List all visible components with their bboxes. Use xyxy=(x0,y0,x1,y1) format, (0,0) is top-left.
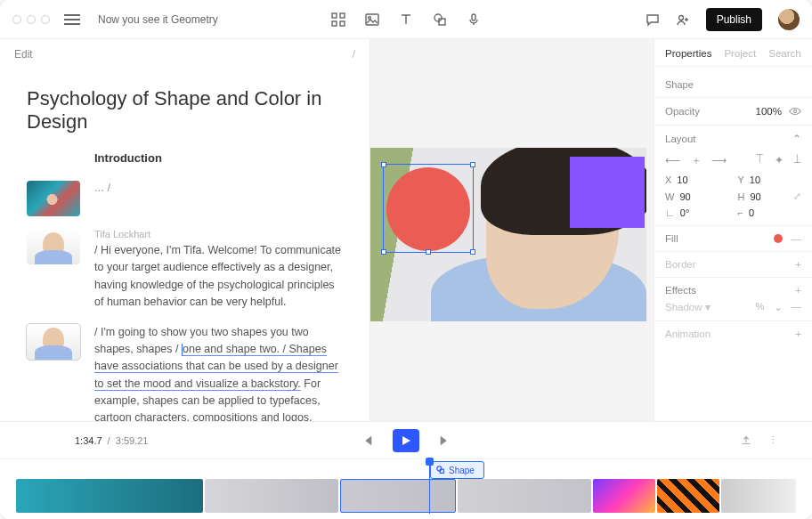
timeline-clip[interactable] xyxy=(458,479,591,513)
opacity-label: Opacity xyxy=(665,106,700,117)
svg-point-5 xyxy=(369,16,371,19)
shape-clip-chip[interactable]: Shape xyxy=(430,461,484,479)
more-icon[interactable]: ⋮ xyxy=(768,434,780,447)
document-title[interactable]: Now you see it Geometry xyxy=(98,13,218,26)
timeline-clip[interactable] xyxy=(16,479,203,513)
fill-label: Fill xyxy=(665,233,678,244)
shadow-label[interactable]: Shadow xyxy=(665,302,702,312)
tab-search[interactable]: Search xyxy=(768,48,800,59)
svg-rect-8 xyxy=(472,14,475,20)
time-total: 3:59.21 xyxy=(116,435,149,446)
resize-handle[interactable] xyxy=(381,162,386,167)
timeline-clip-selected[interactable] xyxy=(340,479,456,513)
time-current: 1:34.7 xyxy=(75,435,102,446)
fill-color-swatch[interactable] xyxy=(774,234,783,243)
remove-effect-icon[interactable]: — xyxy=(792,301,802,313)
chevron-down-icon[interactable]: ▾ xyxy=(705,302,710,312)
visibility-icon[interactable] xyxy=(789,105,801,118)
window-traffic-lights xyxy=(12,15,50,24)
intro-dots: ... / xyxy=(94,181,110,194)
comment-icon[interactable] xyxy=(646,12,660,27)
publish-button[interactable]: Publish xyxy=(706,8,762,31)
text-icon[interactable] xyxy=(399,12,413,27)
remove-fill-icon[interactable]: — xyxy=(792,233,802,244)
grid-icon[interactable] xyxy=(331,12,345,27)
svg-point-10 xyxy=(793,109,796,112)
svg-rect-4 xyxy=(366,14,378,25)
edit-label[interactable]: Edit xyxy=(14,48,33,61)
lock-aspect-icon[interactable]: ⤢ xyxy=(793,191,801,202)
effect-toggle-icon[interactable]: ⌄ xyxy=(774,301,783,313)
traffic-min[interactable] xyxy=(27,15,36,24)
y-value[interactable]: 10 xyxy=(750,174,760,185)
edit-bar: Edit / xyxy=(0,39,369,69)
add-border-icon[interactable]: + xyxy=(795,259,801,270)
svg-rect-7 xyxy=(439,19,445,25)
selection-box[interactable] xyxy=(383,164,474,253)
image-icon[interactable] xyxy=(365,12,379,27)
timeline-clip[interactable] xyxy=(593,479,655,513)
timeline-clip[interactable] xyxy=(657,479,719,513)
align-toolbar: ⟵ ＋ ⟶ ⟙ ✦ ⟘ xyxy=(665,150,801,174)
speaker-name: Tifa Lockhart xyxy=(94,229,343,239)
play-button[interactable] xyxy=(393,429,419,452)
intro-heading: Introduction xyxy=(94,151,162,165)
next-frame-icon[interactable] xyxy=(439,434,451,447)
transcript-paragraph[interactable]: / Hi everyone, I'm Tifa. Welcome! To com… xyxy=(94,242,343,312)
svg-point-11 xyxy=(437,466,442,471)
opacity-value[interactable]: 100% xyxy=(756,106,782,117)
clip-thumbnail[interactable] xyxy=(27,181,80,216)
clip-thumbnail[interactable] xyxy=(27,229,80,264)
effect-percent-icon[interactable]: % xyxy=(755,301,764,313)
playback-bar: 1:34.7 / 3:59.21 ⋮ xyxy=(0,421,812,458)
traffic-max[interactable] xyxy=(41,15,50,24)
rotation-value[interactable]: 0° xyxy=(680,207,690,218)
timeline-clip[interactable] xyxy=(205,479,338,513)
x-value[interactable]: 10 xyxy=(677,174,687,185)
align-left-icon[interactable]: ⟵ xyxy=(665,154,680,167)
titlebar: Now you see it Geometry Publish xyxy=(0,0,812,39)
transcript-paragraph[interactable]: / I'm going to show you two shapes you t… xyxy=(94,324,343,422)
svg-point-9 xyxy=(678,15,683,20)
document-area: Psychology of Shape and Color in Design … xyxy=(0,69,369,421)
resize-handle[interactable] xyxy=(470,249,475,255)
w-value[interactable]: 90 xyxy=(679,191,690,202)
h-value[interactable]: 90 xyxy=(750,191,760,202)
svg-rect-1 xyxy=(340,13,345,18)
shape-icon[interactable] xyxy=(433,12,447,27)
playhead[interactable] xyxy=(429,459,430,514)
resize-handle[interactable] xyxy=(470,162,475,167)
prev-frame-icon[interactable] xyxy=(361,434,373,447)
traffic-close[interactable] xyxy=(12,15,21,24)
clip-thumbnail[interactable] xyxy=(27,324,80,360)
tab-project[interactable]: Project xyxy=(724,48,756,59)
page-title: Psychology of Shape and Color in Design xyxy=(27,87,343,134)
add-animation-icon[interactable]: + xyxy=(795,328,801,339)
border-label: Border xyxy=(665,259,696,270)
corner-value[interactable]: 0 xyxy=(749,207,754,218)
align-top-icon[interactable]: ⟙ xyxy=(756,154,764,167)
slash-indicator: / xyxy=(353,48,355,61)
tab-properties[interactable]: Properties xyxy=(665,48,711,59)
align-right-icon[interactable]: ⟶ xyxy=(711,154,727,167)
user-avatar[interactable] xyxy=(778,9,800,30)
shape-section-label: Shape xyxy=(665,74,801,95)
collapse-icon[interactable]: ⌃ xyxy=(792,133,801,145)
svg-rect-3 xyxy=(340,21,345,26)
align-center-h-icon[interactable]: ＋ xyxy=(691,154,702,167)
timeline[interactable]: Shape To communicate to your target audi… xyxy=(0,458,812,519)
add-effect-icon[interactable]: + xyxy=(795,285,801,296)
align-center-v-icon[interactable]: ✦ xyxy=(775,154,784,167)
mic-icon[interactable] xyxy=(467,12,481,27)
menu-icon[interactable] xyxy=(64,14,80,25)
timeline-clip[interactable] xyxy=(721,479,796,513)
share-people-icon[interactable] xyxy=(676,12,690,27)
svg-point-6 xyxy=(434,14,442,21)
inspector-panel: Properties Project Search Shape Opacity … xyxy=(654,39,812,421)
export-icon[interactable] xyxy=(740,434,752,447)
align-bottom-icon[interactable]: ⟘ xyxy=(793,154,801,167)
purple-square-shape[interactable] xyxy=(570,157,645,228)
video-canvas[interactable] xyxy=(370,148,646,321)
resize-handle[interactable] xyxy=(426,249,431,255)
resize-handle[interactable] xyxy=(381,249,386,255)
